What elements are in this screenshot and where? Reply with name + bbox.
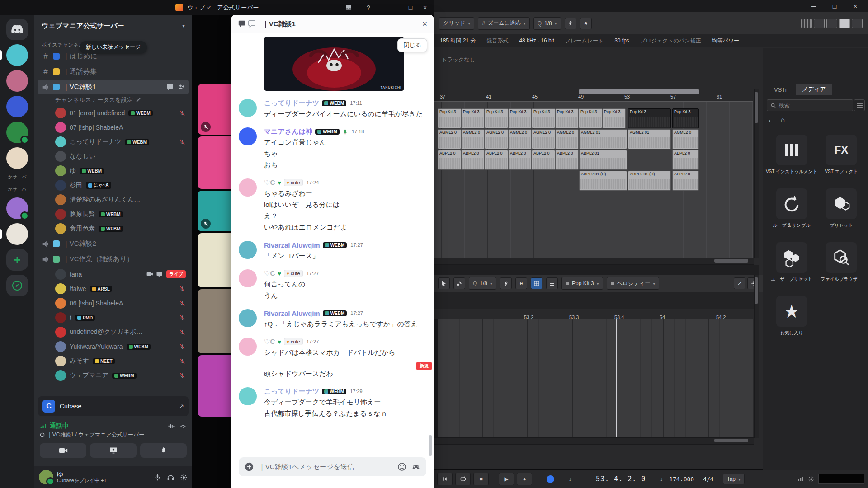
server-avatar[interactable] [6,70,28,92]
gear-icon[interactable] [180,474,188,481]
server-rail-item[interactable] [0,275,34,296]
message-group[interactable]: こってりドーナツ WEBM 17:29 今ディープダークで羊毛イモリ怖えー 古代… [231,387,434,419]
audio-clip[interactable]: AGML2 01 [628,129,671,149]
message-group[interactable]: ♡C ♥ ♥cute 17:24 ちゃるみざわー lolはいいぞ 見る分には え… [231,178,434,233]
audio-clip[interactable]: AGML2 0 [555,129,579,149]
editor-playhead[interactable] [616,319,617,437]
media-tile[interactable]: ★ お気に入り [776,296,807,336]
author-name[interactable]: ♡C [264,338,275,346]
info-item[interactable]: フレームレート [565,37,604,45]
audio-clip[interactable]: AGML2 0 [485,129,508,149]
headphones-icon[interactable] [167,474,175,481]
emoji-icon[interactable] [397,462,406,471]
server-avatar[interactable] [6,44,28,66]
media-search-input[interactable]: 検索 [767,99,853,111]
metronome-click-indicator[interactable] [547,475,554,483]
server-avatar[interactable] [6,96,28,117]
server-avatar[interactable] [6,147,28,169]
minimize-button[interactable]: ─ [805,0,822,12]
message-group[interactable]: 新規 [231,366,434,366]
server-rail-item[interactable] [0,96,34,117]
tab-vsti[interactable]: VSTi [768,84,793,95]
media-tile[interactable]: VST インストゥルメント [766,135,817,175]
cycle-region[interactable] [579,89,699,94]
cute-tag-badge[interactable]: ♥cute [284,338,303,345]
editor-ruler[interactable]: 53.253.353.45454.2 [434,309,753,319]
voice-channel-vc1[interactable]: ｜VC雑談1 [38,80,189,94]
info-item[interactable]: 48 kHz - 16 bit [519,38,554,44]
drumstick-tool[interactable] [453,277,465,289]
server-avatar[interactable] [6,223,28,245]
message-group[interactable]: こってりドーナツ WEBM 17:11 ディープダークバイオームにいるのに羊毛が… [231,99,434,119]
voice-member-row[interactable]: 清楚枠のあざりんくん@ななもり。… [34,192,192,207]
mic-icon[interactable] [154,474,161,481]
audio-clip[interactable]: ABPL2 0 [532,150,555,170]
audio-clip[interactable]: Pop Kit 3 [672,108,699,128]
list-view-icon[interactable] [854,99,865,111]
audio-clip[interactable]: ABPL2 0 [508,150,532,170]
audio-clip[interactable]: Pop Kit 3 [555,108,579,128]
open-chat-icon[interactable] [166,84,174,91]
activity-card[interactable]: C Cubase ↗ [38,396,189,416]
grid-toggle-active[interactable] [531,277,542,289]
server-rail-item[interactable]: かサーバ [0,185,34,193]
server-header[interactable]: ウェブマニア公式サーバー ▾ [34,15,192,37]
channel-status-hint[interactable]: チャンネルステータスを設定 [48,95,189,105]
invite-member-icon[interactable] [178,84,185,91]
close-button[interactable]: × [847,0,864,12]
camera-button[interactable] [40,443,86,458]
grid-overlay-toggle[interactable] [801,19,812,28]
webm-tag-badge[interactable]: WEBM [322,389,346,394]
avatar[interactable] [239,127,257,145]
playhead[interactable] [637,89,637,258]
message-group[interactable]: 頭シャドウバースだわ [231,368,434,379]
voice-member-row[interactable]: t PMD [34,310,192,325]
message-group[interactable]: ♡C ♥ ♥cute 17:27 何言ってんの うん [231,269,434,301]
info-item[interactable]: 均等パワー [712,37,739,45]
stop-button[interactable]: ■ [473,473,489,485]
audio-clip[interactable]: Pop Kit 3 [461,108,485,128]
avatar[interactable] [39,470,53,484]
editor-hscrollbar[interactable] [434,437,754,445]
voice-member-row[interactable]: Yukiwara/Yukiwara WEBM [34,339,192,354]
audio-clip[interactable]: ABPL2 01 (D) [579,171,627,191]
open-in-window-icon[interactable]: ↗ [734,277,745,289]
media-tile[interactable]: ファイルブラウザー [821,242,862,282]
iterative-quantize-icon[interactable] [500,277,512,289]
cycle-button[interactable] [455,473,471,485]
voice-channel-vc3[interactable]: ｜VC作業（雑談あり） [38,252,189,267]
message-composer[interactable]: ｜VC雑談1へメッセージを送信 [239,457,426,476]
audio-clip[interactable]: Pop Kit 3 [532,108,555,128]
arrange-area[interactable]: 37414549535761 Pop Kit 3 Pop Kit 3 Pop K… [434,89,753,258]
quantize-panel-button[interactable]: e [580,18,592,29]
server-rail-item[interactable] [0,197,34,219]
object-select-tool[interactable] [438,277,450,289]
audio-clip[interactable]: AGML2 0 [532,129,555,149]
activities-button[interactable] [140,443,187,458]
zoom-mode-dropdown[interactable]: # ズームに適応▾ [478,17,530,30]
voice-member-row[interactable]: 01 [error] undefined WEBM [34,106,192,120]
timeline-ruler[interactable]: 37414549535761 [434,89,753,102]
back-icon[interactable]: ← [768,116,774,123]
quantize-panel-button[interactable]: e [515,277,527,289]
author-name[interactable]: マニアさんは神 [264,127,312,136]
server-rail-item[interactable] [0,223,34,245]
server-rail-item[interactable] [0,44,34,66]
server-folder-label[interactable]: かサーバ [8,173,27,181]
info-item[interactable]: 185 時間 21 分 [440,37,476,45]
play-button[interactable]: ▶ [499,473,514,485]
close-overlay-button[interactable]: 閉じる [397,38,427,52]
cute-tag-badge[interactable]: ♥cute [284,179,303,186]
message-group[interactable]: ♡C ♥ ♥cute 17:27 シャドバは本格スマホカードバトルだから [231,337,434,358]
lanes-toggle[interactable] [546,277,558,289]
gear-icon[interactable] [808,476,815,483]
add-server-button[interactable]: + [6,249,28,271]
author-name[interactable]: ♡C [264,269,275,277]
audio-clip[interactable]: AGML2 0 [672,129,699,149]
voice-member-row[interactable]: tana ライブ [34,267,192,282]
audio-clip[interactable]: ABPL2 0 [485,150,508,170]
info-item[interactable]: 録音形式 [486,37,508,45]
scrollbar-thumb[interactable] [429,435,432,456]
attach-plus-icon[interactable] [244,462,254,472]
editor-quantize-dropdown[interactable]: Q 1/8▾ [469,277,496,290]
